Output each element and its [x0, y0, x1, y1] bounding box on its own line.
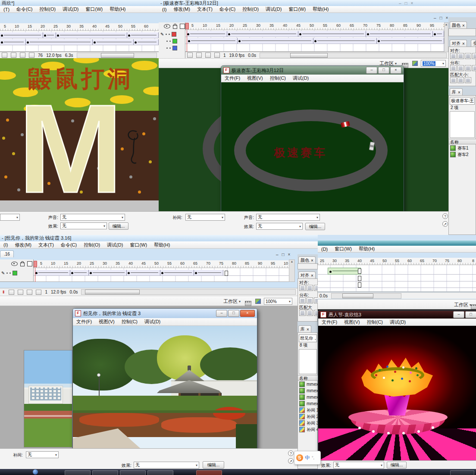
timeline-a-scrollbar[interactable]	[77, 53, 157, 58]
timeline-d-frames[interactable]	[318, 265, 476, 292]
player-window-b[interactable]: F 极速赛车-王彩梅3月12日 – □ × 文件(F)视图(V)控制(C)调试(…	[221, 66, 404, 213]
document-tab[interactable]: .16	[0, 250, 14, 257]
timeline-b-frames[interactable]	[185, 30, 444, 52]
library-item[interactable]: 补间 1	[298, 407, 318, 413]
menu-item[interactable]: 窗口(W)	[82, 6, 106, 13]
library-item[interactable]: 补间 4	[298, 426, 318, 433]
library-item[interactable]: mmexp	[298, 394, 318, 400]
taskbar-button[interactable]	[147, 470, 173, 475]
close-icon[interactable]: ×	[311, 258, 313, 263]
playhead[interactable]	[185, 23, 189, 29]
player-d-titlebar[interactable]: F 愚人节-袁欣恺3 – □	[318, 311, 476, 319]
onion-outline-icon[interactable]	[27, 290, 32, 295]
player-b-buttons[interactable]: – □ ×	[366, 67, 401, 74]
close-icon[interactable]: ×	[462, 23, 465, 28]
taskbar-tray[interactable]	[450, 470, 474, 475]
eye-icon[interactable]	[164, 24, 170, 28]
timeline-a-frames[interactable]	[0, 31, 159, 52]
library-item[interactable]: mmexp	[298, 388, 318, 394]
effect-dropdown[interactable]: 无	[333, 462, 384, 469]
library-name-header[interactable]: 名称	[298, 375, 318, 381]
menu-item[interactable]: (I)	[159, 6, 170, 12]
ease-dropdown[interactable]	[0, 214, 20, 221]
effect-dropdown[interactable]: 无	[134, 462, 199, 469]
center-frame-icon[interactable]	[187, 53, 193, 58]
ime-mode[interactable]: 中	[305, 454, 310, 462]
menu-item[interactable]: 调试(D)	[141, 319, 164, 325]
eye-icon[interactable]	[11, 262, 18, 266]
edit-effect-button[interactable]: 编辑...	[305, 223, 325, 230]
color-panel-tab[interactable]: 颜色×	[450, 22, 467, 29]
menu-item[interactable]: 帮助(H)	[106, 6, 129, 13]
edit-effect-button[interactable]: 编辑...	[109, 222, 128, 230]
player-window-d[interactable]: F 愚人节-袁欣恺3 – □ 文件(F)视图(V)控制(C)调试(D)	[318, 310, 476, 461]
tween-dropdown[interactable]: 无	[26, 451, 59, 458]
library-panel-tab[interactable]: 库×	[450, 88, 463, 96]
window-b-titlebar[interactable]: - [极速赛车-王彩梅3月12日] –□×	[159, 0, 476, 6]
menu-item[interactable]: 调试(D)	[103, 241, 126, 249]
menu-item[interactable]: (I)	[0, 242, 11, 248]
timeline-c-scrollbar[interactable]	[81, 289, 296, 295]
edit-scene-icon[interactable]	[471, 304, 476, 309]
align-panel-tab[interactable]: 对齐×	[450, 40, 467, 47]
document-c-buttons[interactable]: –□×	[276, 252, 290, 257]
layer-row[interactable]	[166, 46, 185, 50]
menu-item[interactable]: 调试(D)	[262, 6, 285, 13]
library-item[interactable]: 补间 2	[298, 413, 318, 420]
onion-outline-icon[interactable]	[20, 53, 25, 58]
close-icon[interactable]: ×	[307, 327, 309, 332]
taskbar-button[interactable]	[92, 470, 118, 475]
menu-item[interactable]: 命令(C)	[57, 241, 80, 249]
layer-row[interactable]	[166, 39, 185, 44]
timeline-d-scrollbar[interactable]	[331, 293, 401, 299]
menu-item[interactable]: 文件(F)	[318, 319, 341, 325]
effect-dropdown[interactable]: 无	[256, 223, 303, 230]
edit-symbol-icon[interactable]	[255, 299, 261, 304]
library-item[interactable]: 赛车2	[449, 151, 476, 158]
timeline-b-scrollbar[interactable]	[260, 53, 447, 58]
edit-effect-button[interactable]: 编辑...	[387, 462, 407, 469]
lock-icon[interactable]	[173, 25, 177, 29]
help-icon[interactable]: ?	[442, 213, 448, 219]
match-size-buttons[interactable]	[299, 310, 318, 317]
distribute-buttons[interactable]	[299, 297, 318, 304]
onion-outline-icon[interactable]	[205, 53, 211, 58]
taskbar-button[interactable]	[120, 470, 146, 475]
workspace-button[interactable]: 工作区	[454, 302, 471, 308]
edit-multiple-frames-icon[interactable]	[214, 53, 220, 58]
menu-item[interactable]: 控制(C)	[266, 75, 289, 81]
menu-item[interactable]: 调试(D)	[386, 319, 409, 325]
menu-item[interactable]: 帮助(H)	[309, 6, 332, 13]
player-c-buttons[interactable]: – □ ×	[216, 310, 255, 317]
menu-item[interactable]: 视图(V)	[95, 319, 118, 325]
onion-skin-icon[interactable]	[11, 53, 16, 58]
library-item[interactable]: 赛车1	[449, 145, 476, 151]
layer-header-icons[interactable]	[164, 24, 185, 29]
effect-dropdown[interactable]: 无	[60, 222, 107, 229]
menu-item[interactable]: 命令(C)	[216, 6, 239, 13]
start-button[interactable]	[33, 469, 38, 475]
layer-row[interactable]: ✎	[160, 32, 185, 37]
taskbar-button-active[interactable]	[196, 470, 222, 475]
center-frame-icon[interactable]	[9, 290, 14, 295]
menu-item[interactable]: 控制(C)	[118, 319, 141, 325]
library-item[interactable]: mmexp	[298, 400, 318, 407]
menu-item[interactable]: 修改(M)	[11, 241, 35, 249]
onion-skin-icon[interactable]	[196, 53, 202, 58]
align-panel-tab[interactable]: 对齐×	[298, 272, 316, 279]
ime-toolbar[interactable]: S 中 °,	[294, 451, 321, 465]
menu-item[interactable]: 修改(M)	[170, 6, 194, 13]
edit-symbol-icon[interactable]	[412, 61, 418, 66]
player-window-c[interactable]: F 想见你，我的常治 钱绽霞 3 – □ × 文件(F)视图(V)控制(C)调试…	[72, 308, 257, 461]
panel-menu-icon[interactable]: ↗	[442, 221, 448, 227]
transform-panel-tab[interactable]: 变	[471, 40, 476, 47]
align-buttons[interactable]	[299, 285, 318, 292]
ime-punct[interactable]: °,	[312, 456, 314, 460]
outline-icon[interactable]	[27, 261, 32, 266]
menu-item[interactable]: (D)	[318, 246, 331, 252]
layer-header-icons[interactable]	[11, 261, 32, 266]
menu-item[interactable]: 视图(V)	[341, 319, 363, 325]
outline-icon[interactable]	[180, 24, 185, 29]
tween-dropdown[interactable]: 无	[185, 214, 225, 221]
library-name-header[interactable]: 名称	[449, 139, 476, 144]
